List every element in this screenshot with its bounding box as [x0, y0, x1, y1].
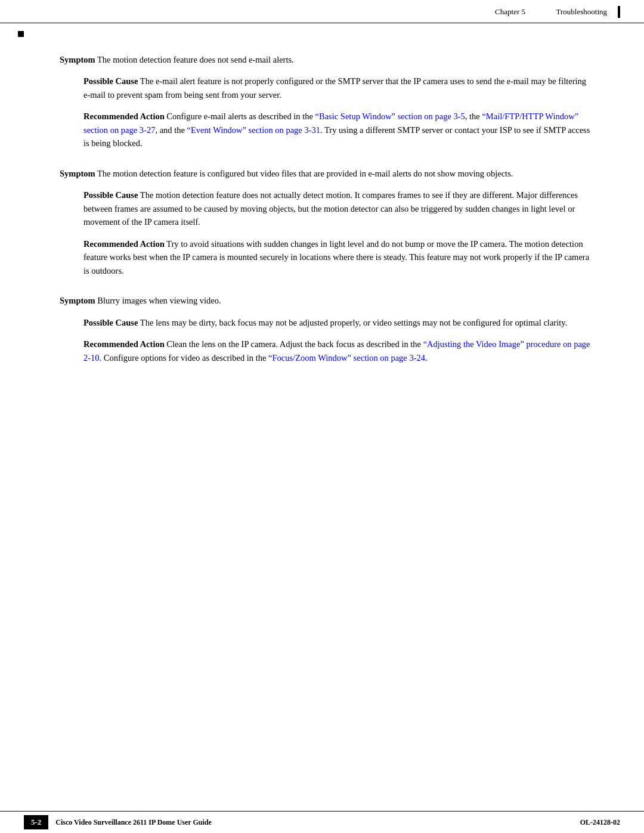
- recommended-action-1-text-before: Configure e-mail alerts as described in …: [165, 112, 315, 121]
- ra1-text-between1: , the: [465, 112, 482, 121]
- recommended-action-2-label: Recommended Action: [83, 239, 165, 249]
- header-right-bar: [618, 6, 620, 18]
- main-content: Symptom The motion detection feature doe…: [0, 23, 644, 417]
- left-marker: [18, 31, 24, 37]
- doc-number: OL-24128-02: [580, 818, 620, 826]
- ra3-text-after: .: [425, 353, 428, 363]
- symptom-2-possible-cause-para: Possible Cause The motion detection feat…: [83, 188, 590, 228]
- symptom-1-line: Symptom The motion detection feature doe…: [60, 53, 590, 66]
- recommended-action-1-label: Recommended Action: [83, 112, 165, 121]
- symptom-2-text: The motion detection feature is configur…: [95, 169, 513, 178]
- symptom-2-label: Symptom: [60, 169, 95, 178]
- symptom-3-label: Symptom: [60, 296, 95, 305]
- symptom-1-possible-cause-block: Possible Cause The e-mail alert feature …: [60, 75, 590, 101]
- possible-cause-2-label: Possible Cause: [83, 190, 138, 200]
- possible-cause-2-text: The motion detection feature does not ac…: [83, 190, 578, 227]
- symptom-2-line: Symptom The motion detection feature is …: [60, 167, 590, 180]
- symptom-1-recommended-action-para: Recommended Action Configure e-mail aler…: [83, 110, 590, 150]
- link-focus-zoom-window[interactable]: “Focus/Zoom Window” section on page 3-24: [268, 353, 425, 363]
- possible-cause-1-text: The e-mail alert feature is not properly…: [83, 76, 586, 99]
- document-title: Cisco Video Surveillance 2611 IP Dome Us…: [55, 818, 211, 827]
- symptom-1-recommended-action-block: Recommended Action Configure e-mail aler…: [60, 110, 590, 150]
- chapter-label: Chapter 5 Troubleshooting: [490, 7, 612, 17]
- header-separator: [537, 7, 544, 16]
- possible-cause-3-label: Possible Cause: [83, 318, 138, 327]
- symptom-2-recommended-action-block: Recommended Action Try to avoid situatio…: [60, 237, 590, 277]
- page-footer: 5-2 Cisco Video Surveillance 2611 IP Dom…: [0, 811, 644, 833]
- ra1-text-between2: , and the: [155, 125, 187, 135]
- section-1: Symptom The motion detection feature doe…: [60, 53, 590, 150]
- symptom-3-text: Blurry images when viewing video.: [95, 296, 221, 305]
- symptom-1-label: Symptom: [60, 55, 95, 64]
- possible-cause-3-text: The lens may be dirty, back focus may no…: [138, 318, 567, 327]
- footer-right: OL-24128-02: [580, 818, 620, 827]
- chapter-title: Troubleshooting: [556, 7, 607, 16]
- symptom-3-recommended-action-para: Recommended Action Clean the lens on the…: [83, 337, 590, 364]
- page-header: Chapter 5 Troubleshooting: [0, 0, 644, 23]
- ra3-text-before: Clean the lens on the IP camera. Adjust …: [165, 339, 423, 349]
- page-container: Chapter 5 Troubleshooting Symptom The mo…: [0, 0, 644, 833]
- symptom-2-possible-cause-block: Possible Cause The motion detection feat…: [60, 188, 590, 228]
- section-2: Symptom The motion detection feature is …: [60, 167, 590, 277]
- symptom-3-possible-cause-para: Possible Cause The lens may be dirty, ba…: [83, 316, 590, 329]
- chapter-number: Chapter 5: [495, 7, 525, 16]
- link-basic-setup-window[interactable]: “Basic Setup Window” section on page 3-5: [315, 112, 465, 121]
- page-number-box: 5-2: [24, 815, 48, 829]
- link-event-window[interactable]: “Event Window” section on page 3-31: [187, 125, 320, 135]
- footer-left: 5-2 Cisco Video Surveillance 2611 IP Dom…: [24, 815, 212, 829]
- possible-cause-1-label: Possible Cause: [83, 76, 138, 86]
- symptom-3-line: Symptom Blurry images when viewing video…: [60, 294, 590, 307]
- symptom-2-recommended-action-para: Recommended Action Try to avoid situatio…: [83, 237, 590, 277]
- symptom-3-possible-cause-block: Possible Cause The lens may be dirty, ba…: [60, 316, 590, 329]
- symptom-1-text: The motion detection feature does not se…: [95, 55, 294, 64]
- section-3: Symptom Blurry images when viewing video…: [60, 294, 590, 364]
- symptom-1-possible-cause-para: Possible Cause The e-mail alert feature …: [83, 75, 590, 101]
- symptom-3-recommended-action-block: Recommended Action Clean the lens on the…: [60, 337, 590, 364]
- page-number: 5-2: [31, 817, 41, 826]
- recommended-action-3-label: Recommended Action: [83, 339, 165, 349]
- ra3-text-between: . Configure options for video as describ…: [100, 353, 269, 363]
